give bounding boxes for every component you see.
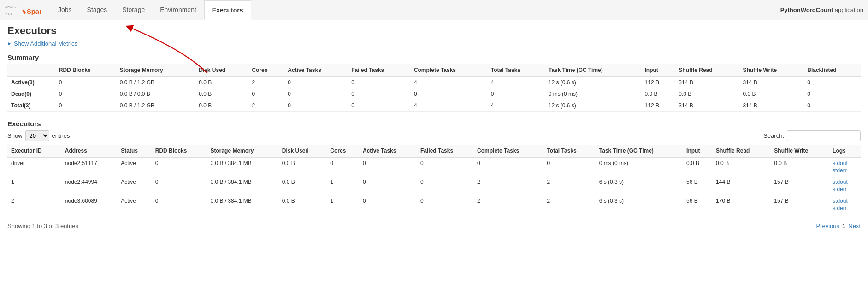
summary-active-complete: 4 xyxy=(410,76,487,88)
search-label: Search: xyxy=(763,132,784,139)
th-executor-id[interactable]: Executor ID xyxy=(7,145,61,157)
th-rdd-blocks[interactable]: RDD Blocks xyxy=(152,145,207,157)
th-active-tasks[interactable]: Active Tasks xyxy=(359,145,417,157)
nav-link-storage[interactable]: Storage xyxy=(115,0,153,19)
executor-driver-failed: 0 xyxy=(417,157,473,176)
th-complete-tasks[interactable]: Complete Tasks xyxy=(473,145,543,157)
executor-1-disk: 0.0 B xyxy=(278,176,327,195)
executor-driver-tasktime: 0 ms (0 ms) xyxy=(596,157,683,176)
exec2-stderr-link[interactable]: stderr xyxy=(833,205,857,212)
summary-dead-storage: 0.0 B / 0.0 B xyxy=(116,88,195,100)
executor-row-driver: driver node2:51117 Active 0 0.0 B / 384.… xyxy=(7,157,861,176)
summary-dead-blacklisted: 0 xyxy=(803,88,861,100)
th-address[interactable]: Address xyxy=(61,145,118,157)
executor-1-failed: 0 xyxy=(417,176,473,195)
driver-stderr-link[interactable]: stderr xyxy=(833,167,857,174)
executor-driver-shuffle-write: 0.0 B xyxy=(770,157,829,176)
th-shuffle-read[interactable]: Shuffle Read xyxy=(712,145,770,157)
search-box: Search: xyxy=(763,130,861,141)
executor-1-shuffle-write: 157 B xyxy=(770,176,829,195)
executor-2-total: 2 xyxy=(543,195,595,214)
th-storage-memory[interactable]: Storage Memory xyxy=(207,145,278,157)
summary-th-storage: Storage Memory xyxy=(116,64,195,76)
executor-2-id: 2 xyxy=(7,195,61,214)
executor-1-active-tasks: 0 xyxy=(359,176,417,195)
th-task-time[interactable]: Task Time (GC Time) xyxy=(596,145,683,157)
th-logs[interactable]: Logs xyxy=(829,145,861,157)
next-page-link[interactable]: Next xyxy=(848,223,861,229)
executors-thead: Executor ID Address Status RDD Blocks St… xyxy=(7,145,861,157)
summary-active-failed: 0 xyxy=(348,76,410,88)
summary-total-blacklisted: 0 xyxy=(803,100,861,112)
exec2-stdout-link[interactable]: stdout xyxy=(833,198,857,204)
executor-table-wrapper: Executor ID Address Status RDD Blocks St… xyxy=(7,145,861,214)
executor-1-shuffle-read: 144 B xyxy=(712,176,770,195)
summary-row-dead: Dead(0) 0 0.0 B / 0.0 B 0.0 B 0 0 0 0 0 … xyxy=(7,88,861,100)
exec1-stdout-link[interactable]: stdout xyxy=(833,179,857,185)
exec1-stderr-link[interactable]: stderr xyxy=(833,186,857,193)
nav-link-stages[interactable]: Stages xyxy=(80,0,115,19)
executor-2-active-tasks: 0 xyxy=(359,195,417,214)
executor-1-tasktime: 6 s (0.3 s) xyxy=(596,176,683,195)
nav-link-environment[interactable]: Environment xyxy=(153,0,204,19)
spark-logo: APACHE Spark 2.4.4 xyxy=(5,2,41,18)
executor-1-id: 1 xyxy=(7,176,61,195)
nav-item-executors[interactable]: Executors xyxy=(204,0,251,20)
summary-total-input: 112 B xyxy=(641,100,675,112)
executor-1-storage: 0.0 B / 384.1 MB xyxy=(207,176,278,195)
summary-header-row: RDD Blocks Storage Memory Disk Used Core… xyxy=(7,64,861,76)
executor-2-rdd: 0 xyxy=(152,195,207,214)
th-disk-used[interactable]: Disk Used xyxy=(278,145,327,157)
executor-driver-total: 0 xyxy=(543,157,595,176)
nav-item-stages[interactable]: Stages xyxy=(80,0,115,20)
executor-driver-shuffle-read: 0.0 B xyxy=(712,157,770,176)
th-cores[interactable]: Cores xyxy=(326,145,359,157)
summary-active-blacklisted: 0 xyxy=(803,76,861,88)
th-total-tasks[interactable]: Total Tasks xyxy=(543,145,595,157)
nav-link-executors[interactable]: Executors xyxy=(204,0,251,20)
th-input[interactable]: Input xyxy=(683,145,712,157)
executor-2-tasktime: 6 s (0.3 s) xyxy=(596,195,683,214)
executors-tbody: driver node2:51117 Active 0 0.0 B / 384.… xyxy=(7,157,861,214)
summary-active-shuffle-write: 314 B xyxy=(739,76,803,88)
navbar: APACHE Spark 2.4.4 Jobs Stages Storage E… xyxy=(0,0,868,20)
executor-2-shuffle-write: 157 B xyxy=(770,195,829,214)
svg-text:APACHE: APACHE xyxy=(5,5,16,8)
executor-driver-disk: 0.0 B xyxy=(278,157,327,176)
exec2-logs-cell: stdout stderr xyxy=(833,198,857,212)
previous-page-link[interactable]: Previous xyxy=(816,223,839,229)
summary-title: Summary xyxy=(7,53,861,61)
nav-item-environment[interactable]: Environment xyxy=(153,0,204,20)
executor-1-logs: stdout stderr xyxy=(829,176,861,195)
summary-dead-failed: 0 xyxy=(348,88,410,100)
entries-select[interactable]: 10 20 50 100 xyxy=(25,130,49,141)
th-shuffle-write[interactable]: Shuffle Write xyxy=(770,145,829,157)
pagination-info: Showing 1 to 3 of 3 entries xyxy=(7,223,78,229)
executor-row-1: 1 node2:44994 Active 0 0.0 B / 384.1 MB … xyxy=(7,176,861,195)
app-name: PythonWordCount xyxy=(780,6,833,13)
summary-total-tasks: 4 xyxy=(487,100,545,112)
show-metrics-link[interactable]: ► Show Additional Metrics xyxy=(7,40,77,47)
search-input[interactable] xyxy=(787,130,861,141)
nav-item-storage[interactable]: Storage xyxy=(115,0,153,20)
summary-dead-label: Dead(0) xyxy=(7,88,55,100)
driver-stdout-link[interactable]: stdout xyxy=(833,160,857,166)
executor-driver-cores: 0 xyxy=(326,157,359,176)
summary-active-active-tasks: 0 xyxy=(284,76,348,88)
th-failed-tasks[interactable]: Failed Tasks xyxy=(417,145,473,157)
executor-driver-status: Active xyxy=(117,157,151,176)
executor-driver-address: node2:51117 xyxy=(61,157,118,176)
th-status[interactable]: Status xyxy=(117,145,151,157)
summary-th-complete-tasks: Complete Tasks xyxy=(410,64,487,76)
nav-item-jobs[interactable]: Jobs xyxy=(51,0,80,20)
summary-dead-shuffle-write: 0.0 B xyxy=(739,88,803,100)
executor-2-input: 56 B xyxy=(683,195,712,214)
nav-link-jobs[interactable]: Jobs xyxy=(51,0,80,19)
executor-driver-rdd: 0 xyxy=(152,157,207,176)
nav-links: Jobs Stages Storage Environment Executor… xyxy=(51,0,780,20)
executor-2-storage: 0.0 B / 384.1 MB xyxy=(207,195,278,214)
summary-th-blacklisted: Blacklisted xyxy=(803,64,861,76)
summary-dead-cores: 0 xyxy=(248,88,284,100)
executor-2-status: Active xyxy=(117,195,151,214)
show-metrics-label: Show Additional Metrics xyxy=(14,40,77,47)
